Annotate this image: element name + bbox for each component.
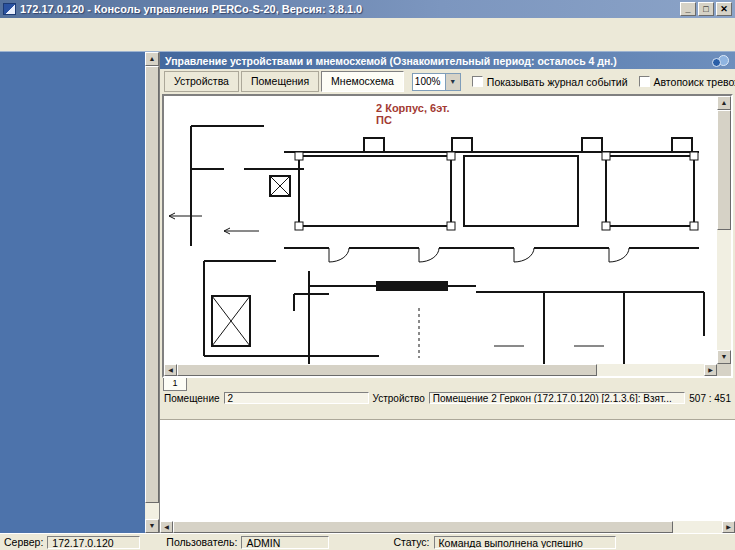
- server-label: Сервер:: [4, 536, 43, 548]
- tab-rooms[interactable]: Помещения: [241, 71, 319, 92]
- minimize-button[interactable]: _: [680, 2, 696, 16]
- room-value-field: 2: [224, 392, 369, 404]
- content-panel: Управление устройствами и мнемосхемой (О…: [159, 52, 735, 533]
- zoom-select[interactable]: 100% ▼: [412, 73, 461, 91]
- plan-vertical-scrollbar[interactable]: ▲ ▼: [717, 96, 731, 364]
- plan-title-line2: ПС: [376, 114, 450, 126]
- scroll-left-icon[interactable]: ◀: [160, 521, 173, 533]
- app-icon: [3, 3, 16, 15]
- scroll-up-icon[interactable]: ▲: [145, 52, 159, 66]
- scroll-down-icon[interactable]: ▼: [717, 350, 731, 364]
- floor-plan[interactable]: 2 Корпус, 6эт. ПС: [164, 96, 717, 364]
- checkbox-label: Показывать журнал событий: [487, 76, 628, 88]
- checkbox-show-log[interactable]: Показывать журнал событий: [472, 76, 628, 88]
- close-button[interactable]: ✕: [716, 2, 732, 16]
- user-label: Пользователь:: [166, 536, 237, 548]
- status-label: Статус:: [393, 536, 429, 548]
- device-value-field: Помещение 2 Геркон (172.17.0.120) [2.1.3…: [429, 392, 685, 404]
- window-title: 172.17.0.120 - Консоль управления PERCo-…: [20, 3, 678, 15]
- user-value: ADMIN: [241, 536, 329, 549]
- device-label: Устройство: [373, 393, 425, 404]
- server-value: 172.17.0.120: [47, 536, 140, 549]
- log-horizontal-scrollbar[interactable]: ◀ ▶: [160, 521, 735, 533]
- checkbox-icon[interactable]: [639, 76, 650, 87]
- scroll-up-icon[interactable]: ▲: [717, 96, 731, 110]
- plan-page-tabs: 1: [160, 378, 735, 391]
- title-bar: 172.17.0.120 - Консоль управления PERCo-…: [0, 0, 735, 18]
- cursor-coordinates: 507 : 451: [689, 393, 731, 404]
- tab-mnemoscheme[interactable]: Мнемосхема: [321, 71, 404, 92]
- checkbox-label: Автопоиск тревожного устройства: [654, 76, 735, 88]
- scrollbar-thumb[interactable]: [717, 110, 731, 230]
- zoom-value: 100%: [413, 74, 445, 90]
- log-toolbar: [160, 405, 735, 420]
- scroll-right-icon[interactable]: ▶: [722, 521, 735, 533]
- scroll-left-icon[interactable]: ◀: [164, 364, 177, 376]
- monitoring-icon: [712, 55, 730, 67]
- plan-page-tab-1[interactable]: 1: [163, 378, 187, 391]
- sidebar: [0, 52, 145, 533]
- status-bar: Сервер: 172.17.0.120 Пользователь: ADMIN…: [0, 533, 735, 550]
- scroll-right-icon[interactable]: ▶: [704, 364, 717, 376]
- tab-devices[interactable]: Устройства: [164, 71, 239, 92]
- section-header: Управление устройствами и мнемосхемой (О…: [160, 52, 735, 69]
- plan-title-line1: 2 Корпус, 6эт.: [376, 102, 450, 114]
- section-title: Управление устройствами и мнемосхемой (О…: [165, 55, 617, 67]
- scrollbar-thumb[interactable]: [173, 521, 673, 533]
- toolbar: [0, 33, 735, 52]
- plan-horizontal-scrollbar[interactable]: ◀ ▶: [164, 364, 717, 376]
- scrollbar-thumb[interactable]: [145, 66, 159, 503]
- plan-title: 2 Корпус, 6эт. ПС: [376, 102, 450, 126]
- floor-plan-walls: [164, 96, 717, 364]
- scrollbar-thumb[interactable]: [177, 364, 597, 376]
- log-table-header: [160, 420, 735, 449]
- sidebar-scrollbar[interactable]: ▲ ▼: [145, 52, 159, 533]
- room-label: Помещение: [164, 393, 220, 404]
- event-log-table: [160, 420, 735, 521]
- checkbox-autosearch[interactable]: Автопоиск тревожного устройства: [639, 76, 735, 88]
- view-tabs-row: Устройства Помещения Мнемосхема 100% ▼ П…: [160, 69, 735, 94]
- status-value: Команда выполнена успешно: [434, 536, 616, 549]
- scroll-down-icon[interactable]: ▼: [145, 519, 159, 533]
- mnemoscheme-panel: 2 Корпус, 6эт. ПС ▲ ▼ ◀ ▶: [162, 94, 733, 378]
- chevron-down-icon[interactable]: ▼: [445, 74, 460, 90]
- scrollbar-corner: [717, 364, 731, 376]
- menu-bar: [0, 18, 735, 33]
- selection-status-row: Помещение 2 Устройство Помещение 2 Герко…: [160, 391, 735, 405]
- maximize-button[interactable]: □: [698, 2, 714, 16]
- checkbox-icon[interactable]: [472, 76, 483, 87]
